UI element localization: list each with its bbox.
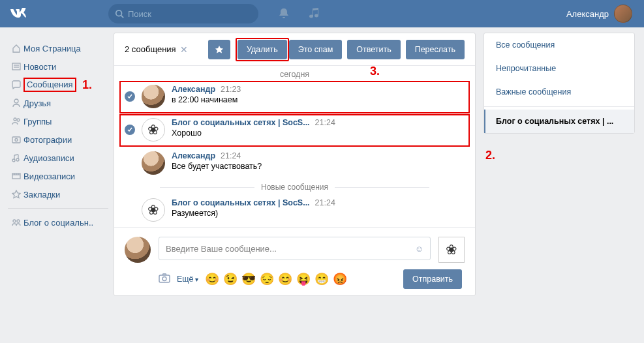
filter-unread[interactable]: Непрочитанные — [484, 57, 634, 80]
annotation-highlight: Удалить — [236, 38, 289, 61]
check-icon — [125, 91, 135, 102]
message-time: 21:23 — [221, 85, 241, 94]
message-checkbox[interactable] — [125, 118, 135, 135]
nav-messages[interactable]: Сообщения 1. — [5, 76, 111, 94]
message-row[interactable]: Александр21:23 в 22:00 начинаем — [125, 85, 465, 108]
vk-logo[interactable] — [5, 8, 37, 20]
star-button[interactable] — [208, 40, 230, 59]
avatar[interactable]: ❀ — [142, 118, 165, 142]
nav-mypage[interactable]: Моя Страница — [5, 39, 111, 57]
input-placeholder: Введите Ваше сообщение... — [166, 244, 277, 254]
svg-point-10 — [12, 159, 15, 162]
svg-rect-2 — [12, 63, 20, 70]
side-nav: Моя Страница Новости Сообщения 1. Друзья… — [0, 33, 111, 296]
message-author[interactable]: Александр — [172, 151, 215, 160]
message-text: Разумеется) — [172, 209, 465, 218]
recipient-avatar[interactable]: ❀ — [438, 237, 465, 263]
message-text: Хорошо — [172, 128, 465, 138]
chevron-down-icon: ▾ — [195, 276, 198, 283]
svg-point-7 — [17, 119, 20, 121]
spam-button[interactable]: Это спам — [289, 40, 343, 59]
selection-toolbar: 2 сообщения ✕ Удалить Это спам Ответить … — [114, 33, 475, 66]
nav-label: Закладки — [23, 190, 60, 200]
composer-avatar — [125, 237, 151, 263]
emoji-icon[interactable]: ☺ — [415, 244, 423, 254]
search-icon — [115, 9, 124, 18]
nav-label: Фотографии — [23, 135, 72, 145]
conversation-panel: 2 сообщения ✕ Удалить Это спам Ответить … — [114, 33, 476, 296]
nav-separator — [8, 208, 108, 209]
header-username: Александр — [566, 9, 609, 19]
svg-point-9 — [15, 139, 18, 142]
forward-button[interactable]: Переслать — [406, 40, 465, 59]
nav-label: Блог о социальн.. — [23, 218, 93, 228]
nav-label: Видеозаписи — [23, 172, 75, 181]
check-icon — [125, 125, 135, 135]
nav-video[interactable]: Видеозаписи — [5, 167, 111, 185]
news-icon — [9, 62, 23, 71]
svg-point-18 — [17, 220, 20, 222]
nav-audio[interactable]: Аудиозаписи — [5, 149, 111, 167]
date-label: сегодня — [114, 66, 475, 80]
search-placeholder: Поиск — [128, 9, 151, 19]
message-time: 21:24 — [221, 151, 241, 160]
groups-icon — [9, 117, 23, 126]
message-text: Все будет участвовать? — [172, 162, 465, 171]
audio-icon — [9, 153, 23, 162]
avatar[interactable] — [142, 85, 165, 108]
composer: Введите Ваше сообщение... ☺ ❀ Ещё▾ 😊😉😎😔😊… — [114, 227, 475, 295]
home-icon — [9, 44, 23, 53]
filter-selected-chat[interactable]: Блог о социальных сетях | ... — [484, 110, 634, 133]
message-author[interactable]: Блог о социальных сетях | SocS... — [172, 198, 310, 207]
svg-point-11 — [16, 158, 19, 161]
nav-photos[interactable]: Фотографии — [5, 130, 111, 149]
svg-point-17 — [13, 220, 16, 222]
send-button[interactable]: Отправить — [403, 269, 462, 289]
app-header: Поиск Александр — [0, 0, 644, 27]
annotation-highlight: Сообщения — [23, 78, 76, 92]
annotation-highlight: Александр21:23 в 22:00 начинаем — [119, 81, 470, 113]
bookmarks-icon — [9, 190, 23, 199]
nav-label: Друзья — [23, 98, 51, 108]
nav-groups[interactable]: Группы — [5, 112, 111, 130]
music-icon[interactable] — [309, 7, 320, 21]
search-input[interactable]: Поиск — [108, 4, 258, 23]
selection-count: 2 сообщения ✕ — [125, 44, 188, 55]
message-row[interactable]: ❀ Блог о социальных сетях | SocS...21:24… — [114, 194, 475, 227]
camera-icon[interactable] — [159, 273, 170, 286]
emoji-strip[interactable]: 😊😉😎😔😊😝😁😡 — [205, 272, 347, 286]
message-input[interactable]: Введите Ваше сообщение... ☺ — [159, 237, 431, 260]
nav-label: Моя Страница — [23, 44, 81, 53]
filter-important[interactable]: Важные сообщения — [484, 80, 634, 104]
video-icon — [9, 172, 23, 181]
nav-label: Новости — [23, 62, 56, 72]
new-messages-divider: Новые сообщения — [160, 180, 429, 194]
photos-icon — [9, 135, 23, 144]
nav-friends[interactable]: Друзья — [5, 94, 111, 112]
clear-selection-icon[interactable]: ✕ — [180, 44, 188, 55]
message-row[interactable]: Александр21:24 Все будет участвовать? — [114, 147, 475, 180]
reply-button[interactable]: Ответить — [347, 40, 400, 59]
avatar[interactable] — [142, 151, 165, 175]
message-author[interactable]: Блог о социальных сетях | SocS... — [172, 118, 310, 127]
nav-bookmarks[interactable]: Закладки — [5, 185, 111, 203]
messages-icon — [9, 80, 23, 89]
delete-button[interactable]: Удалить — [238, 40, 287, 59]
annotation-highlight: ❀ Блог о социальных сетях | SocS...21:24… — [119, 114, 470, 147]
separator — [484, 106, 634, 107]
nav-community[interactable]: Блог о социальн.. — [5, 213, 111, 231]
message-checkbox[interactable] — [125, 85, 135, 102]
nav-news[interactable]: Новости — [5, 57, 111, 76]
annotation-2: 2. — [485, 149, 495, 162]
svg-point-6 — [14, 118, 16, 121]
notifications-icon[interactable] — [278, 7, 290, 21]
svg-rect-19 — [159, 275, 170, 282]
header-user[interactable]: Александр — [566, 5, 639, 23]
annotation-3: 3. — [370, 65, 380, 78]
svg-rect-8 — [12, 137, 20, 143]
message-author[interactable]: Александр — [172, 85, 215, 94]
more-attachments[interactable]: Ещё▾ — [177, 275, 198, 284]
avatar[interactable]: ❀ — [142, 198, 165, 222]
filter-all[interactable]: Все сообщения — [484, 33, 634, 57]
message-row[interactable]: ❀ Блог о социальных сетях | SocS...21:24… — [125, 118, 465, 142]
